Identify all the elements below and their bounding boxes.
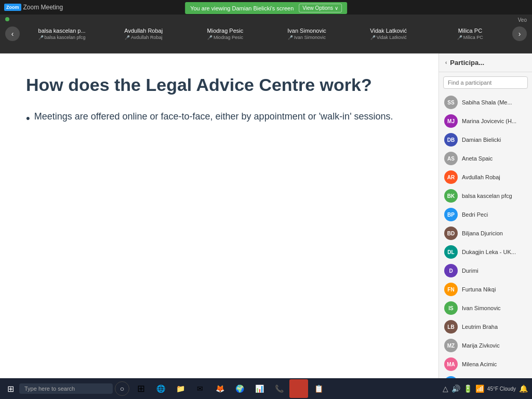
- participant-thumb-0[interactable]: balsa kascelan p... 🎤 balsa kascelan pfc…: [33, 28, 90, 40]
- participant-avatar: BK: [444, 189, 458, 203]
- mic-icon: 🎤: [207, 35, 212, 40]
- participant-item-name: Aneta Spaic: [462, 155, 493, 162]
- participant-item-name: Avdullah Robaj: [462, 174, 500, 180]
- participant-list: SS Sabiha Shala (Me... MJ Marina Jovicev…: [439, 93, 532, 399]
- mic-icon: 🎤: [457, 35, 462, 40]
- taskbar: ⊞ ○ ⊞ 🌐 📁 ✉ 🦊 🌍 📊 📞 📋 △ 🔊 🔋 📶 45°F Cloud…: [0, 378, 532, 399]
- participant-thumb-sublabel: 🎤 Avdullah Robaj: [125, 35, 162, 40]
- taskbar-app-chrome[interactable]: 🌍: [230, 379, 249, 398]
- participant-avatar: AR: [444, 170, 458, 184]
- slide-bullet-0: Meetings are offered online or face-to-f…: [26, 111, 413, 126]
- participant-avatar: SS: [444, 96, 458, 109]
- sidebar-header-label: Participa...: [450, 59, 484, 66]
- taskbar-app-firefox[interactable]: 🦊: [210, 379, 229, 398]
- participant-item-name: Biljana Djuricion: [462, 230, 503, 236]
- screen-share-text: You are viewing Damian Bielicki's screen: [190, 5, 294, 11]
- taskbar-app-mail[interactable]: ✉: [191, 379, 209, 398]
- participant-item-10[interactable]: FN Furtuna Nikqi: [439, 280, 532, 299]
- participant-avatar: DL: [444, 245, 458, 259]
- participant-item-3[interactable]: AS Aneta Spaic: [439, 149, 532, 168]
- view-options-button[interactable]: View Options ∨: [299, 4, 342, 12]
- participant-item-1[interactable]: MJ Marina Jovicevic (H...: [439, 112, 532, 130]
- taskbar-app-explorer[interactable]: 📁: [171, 379, 190, 398]
- screen-share-banner: You are viewing Damian Bielicki's screen…: [185, 2, 347, 14]
- participant-item-12[interactable]: LB Leutrim Braha: [439, 317, 532, 336]
- content-area: How does the Legal Advice Centre work? M…: [0, 54, 532, 399]
- battery-icon: 🔋: [463, 384, 472, 393]
- participant-thumb-2[interactable]: Miodrag Pesic 🎤 Miodrag Pesic: [196, 28, 254, 40]
- title-bar: Zoom Zoom Meeting You are viewing Damian…: [0, 0, 532, 15]
- nav-right-button[interactable]: ›: [512, 26, 527, 41]
- taskbar-apps: ⊞ 🌐 📁 ✉ 🦊 🌍 📊 📞 📋: [131, 379, 328, 398]
- network-icon: △: [443, 384, 448, 393]
- taskbar-app-clip[interactable]: 📋: [309, 379, 328, 398]
- participant-item-4[interactable]: AR Avdullah Robaj: [439, 168, 532, 187]
- mic-icon: 🎤: [370, 35, 376, 40]
- participant-avatar: D: [444, 264, 458, 277]
- search-participant-input[interactable]: [443, 76, 528, 89]
- sidebar-chevron-icon: ‹: [445, 60, 447, 65]
- participant-avatar: LB: [444, 320, 458, 334]
- taskbar-app-grid[interactable]: ⊞: [131, 379, 150, 398]
- nav-left-button[interactable]: ‹: [5, 26, 20, 41]
- start-button[interactable]: ⊞: [4, 382, 17, 396]
- participant-thumb-5[interactable]: Milica PC 🎤 Milica PC: [442, 28, 499, 40]
- notification-icon: 🔔: [519, 384, 528, 393]
- participant-avatar: FN: [444, 283, 458, 296]
- participant-item-name: Damian Bielicki: [462, 137, 501, 143]
- participant-item-name: balsa kascelan pfcg: [462, 193, 512, 199]
- participant-avatar: IS: [444, 301, 458, 315]
- participant-item-14[interactable]: MA Milena Acimic: [439, 355, 532, 374]
- participant-item-name: Marija Zivkovic: [462, 342, 500, 349]
- participant-avatar: AS: [444, 152, 458, 165]
- taskbar-right: △ 🔊 🔋 📶 45°F Cloudy 🔔: [443, 384, 528, 393]
- participant-thumb-name: Miodrag Pesic: [207, 28, 244, 34]
- participant-item-5[interactable]: BK balsa kascelan pfcg: [439, 187, 532, 205]
- participant-thumb-3[interactable]: Ivan Simonovic 🎤 Ivan Simonovic: [278, 28, 336, 40]
- participant-item-name: Durimi: [462, 268, 478, 274]
- participant-item-6[interactable]: BP Bedri Peci: [439, 205, 532, 224]
- participant-item-13[interactable]: MZ Marija Zivkovic: [439, 336, 532, 355]
- veo-badge: Veo: [518, 17, 527, 23]
- participant-item-name: Leutrim Braha: [462, 324, 498, 330]
- weather-text: 45°F Cloudy: [487, 386, 516, 392]
- participant-thumb-sublabel: 🎤 Ivan Simonovic: [288, 35, 326, 40]
- participant-item-9[interactable]: D Durimi: [439, 261, 532, 280]
- participant-item-8[interactable]: DL Dukagjin Leka - UK...: [439, 243, 532, 261]
- cortana-button[interactable]: ○: [115, 381, 129, 396]
- participant-item-name: Dukagjin Leka - UK...: [462, 249, 516, 255]
- mic-icon: 🎤: [288, 35, 293, 40]
- participant-item-name: Furtuna Nikqi: [462, 286, 496, 292]
- taskbar-app-edge[interactable]: 🌐: [151, 379, 170, 398]
- participant-thumb-name: Milica PC: [458, 28, 482, 34]
- participant-thumb-name: Vidak Latković: [370, 28, 407, 34]
- participant-item-2[interactable]: DB Damian Bielicki: [439, 130, 532, 149]
- participant-avatar: DB: [444, 133, 458, 147]
- recording-dot: [5, 17, 9, 21]
- participant-thumb-sublabel: 🎤 Vidak Latković: [370, 35, 407, 40]
- mic-icon: 🎤: [125, 35, 130, 40]
- slide-title: How does the Legal Advice Centre work?: [26, 74, 413, 96]
- participant-item-name: Milena Acimic: [462, 361, 497, 367]
- participant-thumb-sublabel: 🎤 balsa kascelan pfcg: [38, 35, 86, 40]
- participant-avatar: BP: [444, 208, 458, 221]
- participants-strip: ‹ balsa kascelan p... 🎤 balsa kascelan p…: [0, 15, 532, 54]
- zoom-logo: Zoom Zoom Meeting: [4, 4, 63, 11]
- participant-avatar: MA: [444, 357, 458, 371]
- participant-thumb-4[interactable]: Vidak Latković 🎤 Vidak Latković: [360, 28, 417, 40]
- participant-item-11[interactable]: IS Ivan Simonovic: [439, 299, 532, 317]
- participant-item-name: Ivan Simonovic: [462, 305, 501, 311]
- participant-thumb-name: balsa kascelan p...: [38, 28, 86, 34]
- participant-item-name: Bedri Peci: [462, 211, 488, 218]
- participant-thumbs: balsa kascelan p... 🎤 balsa kascelan pfc…: [22, 28, 510, 40]
- participant-thumb-1[interactable]: Avdullah Robaj 🎤 Avdullah Robaj: [115, 28, 172, 40]
- participant-item-0[interactable]: SS Sabiha Shala (Me...: [439, 93, 532, 112]
- taskbar-app-red[interactable]: [289, 379, 308, 398]
- taskbar-search-input[interactable]: [19, 383, 113, 394]
- participant-avatar: MJ: [444, 114, 458, 128]
- volume-icon: 🔊: [451, 384, 460, 393]
- participant-thumb-name: Avdullah Robaj: [124, 28, 163, 34]
- taskbar-app-phone[interactable]: 📞: [270, 379, 288, 398]
- taskbar-app-excel[interactable]: 📊: [250, 379, 269, 398]
- participant-item-7[interactable]: BD Biljana Djuricion: [439, 224, 532, 243]
